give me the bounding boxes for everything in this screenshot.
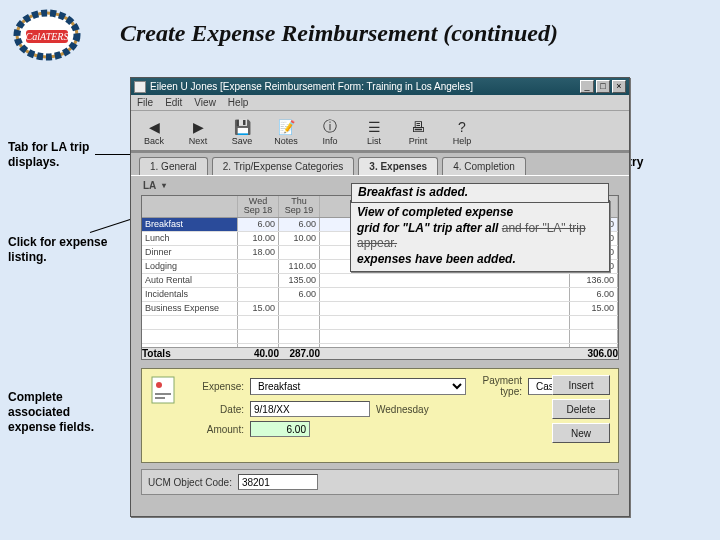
row-type: Business Expense bbox=[142, 302, 238, 315]
tab-strip: 1. General 2. Trip/Expense Categories 3.… bbox=[131, 153, 629, 175]
trip-tab-la[interactable]: LA bbox=[143, 180, 156, 191]
print-icon: 🖶 bbox=[408, 118, 428, 136]
svg-rect-7 bbox=[155, 397, 165, 399]
notes-button[interactable]: 📝Notes bbox=[269, 118, 303, 146]
callout-click-listing: Click for expense listing. bbox=[8, 235, 118, 265]
svg-point-5 bbox=[156, 382, 162, 388]
window-title: Eileen U Jones [Expense Reimbursement Fo… bbox=[150, 81, 473, 92]
svg-rect-4 bbox=[152, 377, 174, 403]
row-day2 bbox=[279, 246, 320, 259]
ucm-label: UCM Object Code: bbox=[148, 477, 232, 488]
app-window: Eileen U Jones [Expense Reimbursement Fo… bbox=[130, 77, 630, 517]
back-button[interactable]: ◀Back bbox=[137, 118, 171, 146]
table-row[interactable]: Business Expense15.0015.00 bbox=[142, 302, 618, 316]
app-icon bbox=[134, 81, 146, 93]
row-type: Auto Rental bbox=[142, 274, 238, 287]
chevron-down-icon[interactable]: ▾ bbox=[162, 181, 166, 190]
overlay-line3a: grid for "LA" trip after all bbox=[357, 221, 498, 235]
tab-expenses[interactable]: 3. Expenses bbox=[358, 157, 438, 175]
next-icon: ▶ bbox=[188, 118, 208, 136]
save-icon: 💾 bbox=[232, 118, 252, 136]
maximize-button[interactable]: □ bbox=[596, 80, 610, 93]
slide-title: Create Expense Reimbursement (continued) bbox=[120, 20, 558, 47]
back-icon: ◀ bbox=[144, 118, 164, 136]
row-day2: 135.00 bbox=[279, 274, 320, 287]
list-icon: ☰ bbox=[364, 118, 384, 136]
menu-file[interactable]: File bbox=[137, 97, 153, 108]
overlay-line4: expenses have been added. bbox=[357, 252, 516, 266]
amount-label: Amount: bbox=[186, 424, 244, 435]
svg-text:CalATERS: CalATERS bbox=[26, 31, 69, 42]
menu-view[interactable]: View bbox=[194, 97, 216, 108]
overlay-callout: Breakfast is added. View of completed ex… bbox=[350, 200, 610, 272]
row-day1 bbox=[238, 260, 279, 273]
row-type: Breakfast bbox=[142, 218, 238, 231]
insert-button[interactable]: Insert bbox=[552, 375, 610, 395]
receipt-icon bbox=[150, 375, 176, 405]
row-type: Incidentals bbox=[142, 288, 238, 301]
row-day1: 6.00 bbox=[238, 218, 279, 231]
row-day1: 18.00 bbox=[238, 246, 279, 259]
date-input[interactable] bbox=[250, 401, 370, 417]
row-day2: 6.00 bbox=[279, 288, 320, 301]
calaters-logo: CalATERS bbox=[12, 8, 82, 63]
overlay-line2: View of completed expense bbox=[357, 205, 513, 219]
expense-label: Expense: bbox=[186, 381, 244, 392]
next-button[interactable]: ▶Next bbox=[181, 118, 215, 146]
amount-input[interactable] bbox=[250, 421, 310, 437]
menu-help[interactable]: Help bbox=[228, 97, 249, 108]
row-type: Lodging bbox=[142, 260, 238, 273]
notes-icon: 📝 bbox=[276, 118, 296, 136]
row-type: Lunch bbox=[142, 232, 238, 245]
weekday-text: Wednesday bbox=[376, 404, 466, 415]
svg-rect-6 bbox=[155, 393, 171, 395]
list-button[interactable]: ☰List bbox=[357, 118, 391, 146]
row-day1: 10.00 bbox=[238, 232, 279, 245]
toolbar: ◀Back ▶Next 💾Save 📝Notes ⓘInfo ☰List 🖶Pr… bbox=[131, 111, 629, 151]
info-icon: ⓘ bbox=[320, 118, 340, 136]
tab-trip-expense-categories[interactable]: 2. Trip/Expense Categories bbox=[212, 157, 355, 175]
expense-detail-panel: Expense: Breakfast Payment type: Cash Da… bbox=[141, 368, 619, 463]
row-total: 136.00 bbox=[570, 274, 618, 287]
row-type: Dinner bbox=[142, 246, 238, 259]
row-day2: 6.00 bbox=[279, 218, 320, 231]
print-button[interactable]: 🖶Print bbox=[401, 118, 435, 146]
callout-complete-fields: Complete associated expense fields. bbox=[8, 390, 118, 435]
table-row[interactable]: Incidentals6.006.00 bbox=[142, 288, 618, 302]
overlay-line1: Breakfast is added. bbox=[351, 183, 609, 203]
minimize-button[interactable]: _ bbox=[580, 80, 594, 93]
row-day2: 10.00 bbox=[279, 232, 320, 245]
help-icon: ? bbox=[452, 118, 472, 136]
row-day1 bbox=[238, 288, 279, 301]
menubar: File Edit View Help bbox=[131, 95, 629, 111]
expense-select[interactable]: Breakfast bbox=[250, 378, 466, 395]
date-label: Date: bbox=[186, 404, 244, 415]
help-toolbar-button[interactable]: ?Help bbox=[445, 118, 479, 146]
row-day1 bbox=[238, 274, 279, 287]
titlebar: Eileen U Jones [Expense Reimbursement Fo… bbox=[131, 78, 629, 95]
tab-completion[interactable]: 4. Completion bbox=[442, 157, 526, 175]
row-total: 6.00 bbox=[570, 288, 618, 301]
close-button[interactable]: × bbox=[612, 80, 626, 93]
row-total: 15.00 bbox=[570, 302, 618, 315]
table-row[interactable]: Auto Rental135.00136.00 bbox=[142, 274, 618, 288]
row-day1: 15.00 bbox=[238, 302, 279, 315]
new-button[interactable]: New bbox=[552, 423, 610, 443]
info-button[interactable]: ⓘInfo bbox=[313, 118, 347, 146]
grid-footer: Totals 40.00 287.00 306.00 bbox=[142, 347, 618, 359]
menu-edit[interactable]: Edit bbox=[165, 97, 182, 108]
ucm-panel: UCM Object Code: bbox=[141, 469, 619, 495]
save-button[interactable]: 💾Save bbox=[225, 118, 259, 146]
payment-type-label: Payment type: bbox=[472, 375, 522, 397]
tab-general[interactable]: 1. General bbox=[139, 157, 208, 175]
row-day2 bbox=[279, 302, 320, 315]
callout-tab-la: Tab for LA trip displays. bbox=[8, 140, 118, 170]
row-day2: 110.00 bbox=[279, 260, 320, 273]
ucm-input[interactable] bbox=[238, 474, 318, 490]
delete-button[interactable]: Delete bbox=[552, 399, 610, 419]
